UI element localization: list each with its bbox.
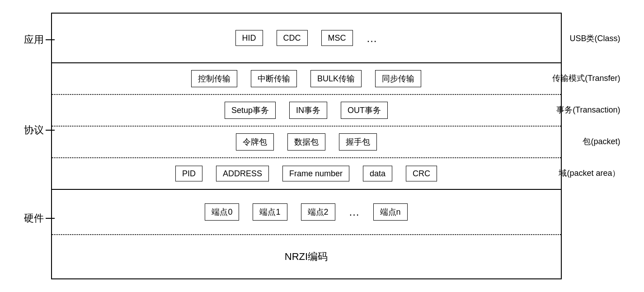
bulk-transfer-box: BULK传输 (310, 70, 362, 87)
label-packet-right: 包(packet) (583, 136, 620, 147)
address-field-box: ADDRESS (216, 166, 269, 182)
data-packet-box: 数据包 (287, 133, 325, 151)
framenumber-field-box: Frame number (282, 166, 349, 182)
setup-transaction-box: Setup事务 (225, 102, 276, 119)
label-transaction-right: 事务(Transaction) (556, 104, 620, 115)
endpoint0-box: 端点0 (205, 203, 239, 221)
endpointn-box: 端点n (373, 203, 408, 221)
crc-field-box: CRC (406, 166, 437, 182)
label-protocol-left: 协议 (24, 123, 56, 137)
label-transfer-right: 传输模式(Transfer) (552, 73, 620, 84)
msc-box: MSC (321, 30, 353, 46)
token-packet-box: 令牌包 (236, 133, 274, 151)
label-hardware-left: 硬件 (24, 212, 56, 225)
interrupt-transfer-box: 中断传输 (251, 70, 297, 87)
out-transaction-box: OUT事务 (341, 102, 388, 119)
data-field-box: data (363, 166, 392, 182)
handshake-packet-box: 握手包 (339, 133, 377, 151)
in-transaction-box: IN事务 (289, 102, 327, 119)
control-transfer-box: 控制传输 (191, 70, 237, 87)
ellipsis-app: … (367, 32, 377, 44)
cdc-box: CDC (277, 30, 308, 46)
label-field-right: 域(packet area） (559, 168, 620, 179)
main-box: HID CDC MSC … 控制传输 中断传输 BULK传输 同步传输 Setu… (51, 13, 562, 279)
label-application-left: 应用 (24, 33, 56, 47)
pid-field-box: PID (175, 166, 202, 182)
diagram-wrapper: HID CDC MSC … 控制传输 中断传输 BULK传输 同步传输 Setu… (24, 8, 620, 284)
ellipsis-hw: … (349, 206, 360, 218)
nrzi-label: NRZI编码 (285, 250, 328, 264)
endpoint1-box: 端点1 (253, 203, 287, 221)
hid-box: HID (235, 30, 263, 46)
endpoint2-box: 端点2 (301, 203, 335, 221)
sync-transfer-box: 同步传输 (375, 70, 421, 87)
label-usb-class-right: USB类(Class) (569, 33, 620, 44)
